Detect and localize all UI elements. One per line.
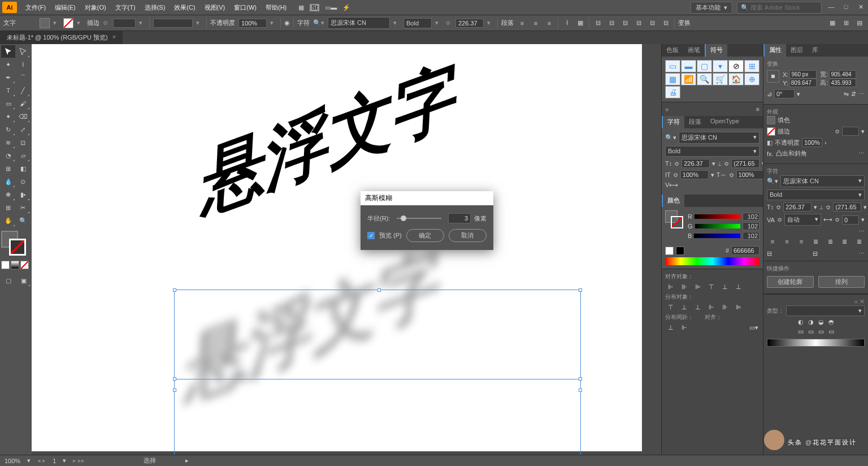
menu-edit[interactable]: 编辑(E) [51, 2, 80, 14]
search-input[interactable]: 🔍 搜索 Adobe Stock [737, 2, 822, 14]
shaper-tool[interactable]: ✦ [1, 110, 15, 123]
align-e-icon[interactable]: ⊟ [647, 18, 657, 28]
pf-a[interactable]: ◐ [798, 318, 804, 326]
char2-font[interactable]: 思源宋体 CN▾ [780, 175, 865, 187]
dist-hsp[interactable]: ⊩ [679, 322, 690, 333]
slice-tool[interactable]: ✂ [16, 201, 30, 214]
mesh-tool[interactable]: ⊞ [1, 162, 15, 175]
symbol-item[interactable]: 🏠 [728, 73, 744, 85]
color-mode[interactable] [1, 261, 10, 269]
width-tool[interactable]: ≋ [1, 136, 15, 149]
gradient-mode[interactable] [11, 261, 19, 269]
stroke-width-input[interactable] [113, 19, 136, 28]
pf-f[interactable]: ▭ [808, 328, 814, 335]
blend-tool[interactable]: ⊙ [16, 175, 30, 188]
dist-vc[interactable]: ⊥ [679, 302, 690, 312]
perspective-tool[interactable]: ▱ [16, 149, 30, 162]
appear-fx[interactable]: 凸出和斜角 [776, 149, 807, 158]
dist-hc[interactable]: ⊪ [719, 302, 731, 312]
symbol-item[interactable]: ▬ [681, 60, 696, 72]
artboard-nav[interactable]: 1 [53, 458, 56, 464]
prefs-icon[interactable]: ⊞ [841, 18, 851, 28]
stroke-swatch[interactable] [63, 18, 73, 28]
symbol-item[interactable]: ⊞ [744, 60, 760, 72]
tab-swatches[interactable]: 色板 [662, 44, 683, 57]
opacity-input[interactable] [238, 19, 267, 28]
align-bottom[interactable]: ⊥ [733, 282, 744, 292]
create-outlines-button[interactable]: 创建轮廓 [767, 276, 814, 288]
zoom-tool[interactable]: 🔍 [16, 214, 30, 227]
menu-view[interactable]: 视图(V) [201, 2, 229, 14]
panel-menu-icon[interactable]: ≡ [756, 106, 760, 113]
selection-bounds[interactable] [174, 290, 581, 455]
appear-fill[interactable] [767, 116, 775, 124]
draw-normal[interactable]: ▢ [1, 274, 15, 287]
workspace-switcher[interactable]: 基本功能▾ [691, 2, 732, 14]
pen-tool[interactable]: ✒ [1, 71, 15, 84]
tab-color[interactable]: 颜色 [662, 195, 684, 207]
font-family-input[interactable]: 思源宋体 CN [328, 17, 390, 29]
gradient-bar[interactable] [767, 339, 865, 347]
char2-weight[interactable]: Bold▾ [767, 189, 865, 200]
symbol-none[interactable]: ⊘ [728, 60, 744, 72]
pf-h[interactable]: ▭ [828, 328, 834, 335]
dist-bot[interactable]: ⊥ [692, 302, 704, 312]
char2-size[interactable] [783, 202, 811, 212]
screen-mode[interactable]: ▣ [16, 274, 31, 287]
menu-window[interactable]: 窗口(W) [230, 2, 261, 14]
pf-d[interactable]: ◓ [828, 318, 834, 326]
close-tab-icon[interactable]: × [112, 33, 116, 42]
lasso-tool[interactable]: ⌇ [16, 58, 30, 71]
symbol-item[interactable]: 🔍 [697, 73, 712, 85]
tab-properties[interactable]: 属性 [763, 44, 786, 57]
rectangle-tool[interactable]: ▭ [1, 97, 15, 110]
char2-leading[interactable] [833, 202, 861, 212]
symbol-item[interactable]: ▭ [665, 60, 680, 72]
symbol-item[interactable]: ▦ [665, 73, 680, 85]
para-left[interactable]: ≡ [767, 236, 778, 247]
align-top[interactable]: ⊤ [706, 282, 717, 292]
char-weight[interactable]: Bold▾ [665, 146, 760, 157]
prop-rotation[interactable] [774, 89, 795, 98]
cancel-button[interactable]: 取消 [449, 229, 487, 242]
menu-effect[interactable]: 效果(C) [170, 2, 199, 14]
symbol-item[interactable]: ⊕ [744, 73, 760, 85]
selection-tool[interactable] [1, 45, 15, 58]
eyedropper-tool[interactable]: 💧 [1, 175, 15, 188]
prop-h[interactable] [829, 79, 856, 87]
maximize-icon[interactable]: □ [841, 3, 851, 11]
para-ja[interactable]: ≣ [853, 236, 865, 247]
menu-object[interactable]: 对象(O) [81, 2, 110, 14]
appear-opacity[interactable] [802, 138, 822, 147]
para-jl[interactable]: ≣ [810, 236, 822, 247]
ref-point[interactable] [767, 70, 779, 83]
symbol-item[interactable]: 📶 [681, 73, 696, 85]
color-g[interactable]: 102 [743, 222, 760, 230]
symbol-item[interactable]: ▢ [697, 60, 712, 72]
stroke-stepper[interactable]: ≎ [103, 19, 110, 27]
align-v-icon[interactable]: ⊟ [620, 18, 630, 28]
document-tab[interactable]: 未标题-1* @ 100% (RGB/GPU 预览)× [0, 31, 123, 44]
gpu-icon[interactable]: ⚡ [342, 4, 350, 11]
bridge-icon[interactable]: ▦ [298, 4, 304, 11]
gradient-tool[interactable]: ◧ [16, 162, 30, 175]
char-vscale[interactable] [680, 170, 709, 179]
char-hscale[interactable] [736, 170, 765, 179]
para-center[interactable]: ≡ [782, 236, 793, 247]
arrange-button[interactable]: 排列 [818, 276, 865, 288]
minimize-icon[interactable]: — [826, 3, 836, 11]
font-size-input[interactable] [455, 19, 484, 28]
align-f-icon[interactable]: ⊟ [661, 18, 671, 28]
envelope-icon[interactable]: ▦ [575, 18, 585, 28]
artboard-tool[interactable]: ⊞ [1, 201, 15, 214]
radius-slider[interactable] [397, 218, 441, 219]
hand-tool[interactable]: ✋ [1, 214, 15, 227]
line-tool[interactable]: ╱ [16, 84, 30, 97]
menu-select[interactable]: 选择(S) [141, 2, 170, 14]
align-hc[interactable]: ⊪ [679, 282, 690, 292]
pf-e[interactable]: ▭ [798, 328, 804, 335]
color-b[interactable]: 102 [743, 232, 760, 240]
graph-tool[interactable]: ▮▪ [16, 188, 30, 201]
align-vc[interactable]: ⊥ [719, 282, 731, 292]
arrange-icon[interactable]: ▭▬ [325, 4, 337, 11]
